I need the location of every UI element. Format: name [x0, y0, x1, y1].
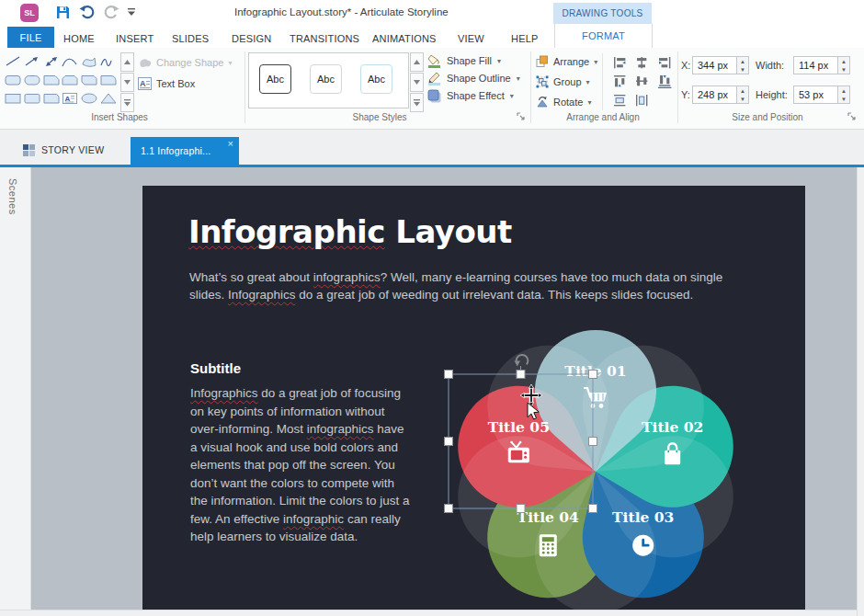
tab-transitions[interactable]: TRANSITIONS: [290, 33, 359, 44]
tab-view[interactable]: VIEW: [458, 33, 484, 44]
selection-handle[interactable]: [517, 505, 525, 513]
infographic-flower-graphic[interactable]: Title 01Title 02Title 03Title 04Title 05: [142, 186, 805, 610]
align-center-button[interactable]: [631, 53, 654, 73]
snip-same-corner-rectangle-icon[interactable]: [61, 71, 80, 89]
ribbon: A Change Shape ▾ A Text Box Insert Shape…: [0, 48, 864, 130]
arrow-icon[interactable]: [23, 52, 42, 71]
tab-home[interactable]: HOME: [63, 33, 95, 44]
group-button[interactable]: Group ▾: [536, 74, 590, 89]
size-position-dialog-launcher-icon[interactable]: [847, 112, 856, 120]
close-tab-icon[interactable]: ×: [228, 138, 233, 149]
change-shape-button[interactable]: Change Shape ▾: [138, 55, 232, 70]
height-field[interactable]: 53 px: [793, 86, 838, 104]
view-tab-strip: STORY VIEW 1.1 Infographi... ×: [0, 130, 864, 165]
tab-slides[interactable]: SLIDES: [172, 33, 209, 44]
selection-handle[interactable]: [445, 438, 453, 446]
styles-scroll-up-button[interactable]: [410, 52, 424, 72]
svg-text:A: A: [140, 79, 146, 88]
round-single-corner-rectangle-icon[interactable]: [98, 71, 118, 89]
styles-scroll-down-button[interactable]: [410, 73, 424, 92]
shape-style-3[interactable]: Abc: [360, 64, 392, 94]
ribbon-tab-row: FILE HOME INSERT SLIDES DESIGN TRANSITIO…: [0, 26, 864, 48]
insert-shapes-gallery: A: [4, 52, 118, 108]
curve-icon[interactable]: [61, 52, 80, 71]
rotate-button[interactable]: Rotate ▾: [536, 95, 591, 109]
oval-icon[interactable]: [80, 89, 99, 108]
application-window: SL Infographic Layout.story* - Articulat…: [0, 0, 864, 616]
tab-insert[interactable]: INSERT: [116, 33, 153, 44]
align-middle-button[interactable]: [631, 73, 654, 92]
tab-animations[interactable]: ANIMATIONS: [372, 33, 437, 44]
selection-handle[interactable]: [589, 438, 597, 446]
text-box-cell-icon[interactable]: A: [61, 89, 80, 108]
width-stepper[interactable]: ▲▼: [837, 56, 850, 74]
selection-handle[interactable]: [589, 371, 597, 379]
rectangle-icon[interactable]: [4, 89, 23, 108]
shapes-scroll-up-button[interactable]: [120, 52, 134, 72]
save-icon[interactable]: [55, 5, 71, 20]
tab-design[interactable]: DESIGN: [232, 33, 271, 44]
distribute-vertical-button[interactable]: [608, 91, 631, 110]
double-arrow-icon[interactable]: [41, 52, 61, 71]
styles-gallery-more-button[interactable]: [410, 93, 424, 112]
align-right-button[interactable]: [654, 53, 676, 73]
redo-icon[interactable]: [103, 5, 119, 19]
shape-style-1[interactable]: Abc: [259, 64, 291, 94]
shapes-gallery-more-button[interactable]: [120, 93, 134, 112]
customize-quick-access-icon[interactable]: [127, 7, 136, 17]
shapes-gallery-scrollbar: [120, 52, 134, 108]
rounded-rectangle-2-icon[interactable]: [23, 71, 42, 89]
arrange-button[interactable]: Arrange ▾: [536, 54, 597, 69]
app-logo[interactable]: SL: [20, 4, 39, 22]
size-position-group-label: Size and Position: [703, 112, 832, 122]
x-stepper[interactable]: ▲▼: [736, 56, 749, 74]
scenes-panel-collapsed[interactable]: Scenes: [0, 167, 31, 610]
tab-format[interactable]: FORMAT: [554, 24, 653, 48]
align-left-button[interactable]: [608, 53, 631, 73]
shape-styles-gallery: Abc Abc Abc: [248, 52, 409, 108]
x-field[interactable]: 344 px: [692, 56, 737, 74]
horizontal-scrollbar[interactable]: [0, 610, 857, 616]
line-icon[interactable]: [4, 52, 23, 71]
y-field-label: Y:: [681, 89, 690, 100]
selection-handle[interactable]: [445, 371, 453, 379]
undo-icon[interactable]: [79, 5, 96, 19]
tab-help[interactable]: HELP: [511, 33, 539, 44]
text-box-button[interactable]: A Text Box: [138, 76, 195, 91]
snip-diagonal-rectangle-icon[interactable]: [80, 71, 99, 89]
width-field[interactable]: 114 px: [793, 56, 838, 74]
distribute-horizontal-button[interactable]: [631, 91, 654, 110]
tab-slide-view-active[interactable]: 1.1 Infographi... ×: [131, 137, 239, 165]
scribble-icon[interactable]: [98, 52, 118, 71]
petal-label: Title 05: [488, 418, 550, 436]
rounded-rectangle-icon[interactable]: [4, 71, 23, 89]
align-bottom-button[interactable]: [654, 73, 676, 92]
shape-fill-icon: [427, 54, 442, 68]
shape-styles-dialog-launcher-icon[interactable]: [517, 112, 525, 120]
snip-corner-rectangle-icon[interactable]: [41, 71, 61, 89]
slide-canvas[interactable]: Infographic Layout What’s so great about…: [142, 186, 805, 610]
shape-style-2[interactable]: Abc: [310, 64, 342, 94]
y-stepper[interactable]: ▲▼: [736, 86, 749, 104]
shapes-scroll-down-button[interactable]: [120, 73, 134, 92]
rotate-icon: [536, 96, 549, 108]
rectangle-2-icon[interactable]: [23, 89, 42, 108]
selection-handle[interactable]: [445, 505, 453, 513]
selection-handle[interactable]: [589, 505, 597, 513]
contextual-tab-group-header: DRAWING TOOLS: [553, 3, 652, 24]
y-field[interactable]: 248 px: [692, 86, 737, 104]
shape-outline-button[interactable]: Shape Outline ▾: [427, 71, 520, 86]
story-view-icon: [23, 144, 35, 156]
freeform-icon[interactable]: [80, 52, 99, 71]
align-top-button[interactable]: [608, 73, 631, 92]
selection-handle[interactable]: [517, 371, 525, 379]
tab-file[interactable]: FILE: [7, 27, 54, 48]
vertical-scrollbar[interactable]: [857, 167, 864, 616]
shape-effect-button[interactable]: Shape Effect ▾: [427, 88, 514, 103]
tab-story-view[interactable]: STORY VIEW: [23, 139, 104, 161]
shape-fill-button[interactable]: Shape Fill ▾: [427, 53, 501, 68]
height-stepper[interactable]: ▲▼: [837, 86, 850, 104]
rectangle-3-icon[interactable]: [41, 89, 61, 108]
triangle-icon[interactable]: [98, 89, 118, 108]
align-tools-grid: [608, 53, 676, 110]
